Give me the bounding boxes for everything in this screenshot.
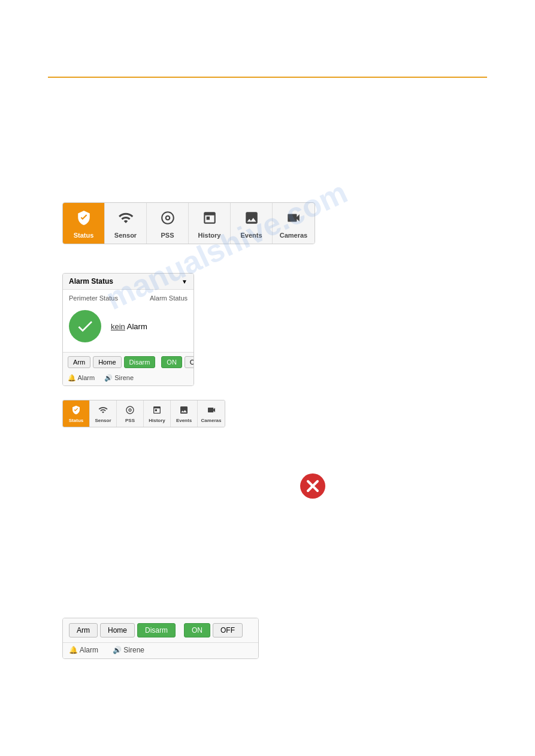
top-divider — [48, 77, 487, 78]
nav-bar-large: Status Sensor PSS History Events Cameras — [62, 202, 315, 244]
nav-label-status: Status — [74, 232, 94, 239]
nav-label-pss: PSS — [161, 232, 174, 239]
nav-label-sm-history: History — [149, 418, 165, 423]
alarm-panel-body: kein Alarm — [63, 304, 194, 352]
camera-icon — [286, 210, 301, 229]
nav-label-events: Events — [240, 232, 262, 239]
bottom-sirene-item: 🔊 Sirene — [113, 646, 144, 654]
bottom-on-button[interactable]: ON — [184, 623, 210, 637]
home-button[interactable]: Home — [93, 356, 121, 368]
bottom-alarm-item: 🔔 Alarm — [69, 646, 98, 654]
wifi-icon — [118, 210, 134, 229]
bottom-bell-icon: 🔔 — [69, 646, 78, 654]
image-icon-sm — [179, 405, 189, 417]
shield-icon — [76, 210, 92, 229]
green-check-indicator — [69, 310, 101, 342]
target-icon-sm — [125, 405, 135, 417]
alarm-status-label: Alarm Status — [150, 294, 188, 302]
alarm-panel-title: Alarm Status — [69, 277, 113, 286]
sirene-item: 🔊 Sirene — [104, 374, 134, 382]
bottom-arm-button[interactable]: Arm — [69, 623, 98, 637]
nav-label-sm-pss: PSS — [125, 418, 135, 423]
nav-label-sm-cameras: Cameras — [201, 418, 222, 423]
error-icon — [300, 473, 325, 498]
nav-item-sm-pss[interactable]: PSS — [117, 400, 144, 427]
nav-bar-small: Status Sensor PSS History Events Cameras — [62, 400, 225, 427]
alarm-panel: Alarm Status ▼ Perimeter Status Alarm St… — [62, 273, 194, 386]
bottom-home-button[interactable]: Home — [100, 623, 135, 637]
alarm-status-text: kein Alarm — [111, 322, 147, 331]
nav-item-cameras[interactable]: Cameras — [273, 203, 315, 244]
nav-item-pss[interactable]: PSS — [147, 203, 189, 244]
nav-item-history[interactable]: History — [189, 203, 231, 244]
bottom-icon-row: 🔔 Alarm 🔊 Sirene — [63, 642, 258, 658]
nav-label-cameras: Cameras — [280, 232, 307, 239]
calendar-icon — [202, 210, 217, 229]
calendar-icon-sm — [152, 405, 162, 417]
nav-item-events[interactable]: Events — [231, 203, 273, 244]
alarm-panel-columns: Perimeter Status Alarm Status — [63, 290, 194, 304]
alarm-panel-header: Alarm Status ▼ — [63, 274, 194, 290]
alarm-word2: Alarm — [127, 322, 147, 331]
wifi-icon-sm — [98, 405, 108, 417]
bottom-alarm-label: Alarm — [80, 646, 98, 654]
camera-icon-sm — [207, 405, 216, 417]
nav-item-sm-status[interactable]: Status — [63, 400, 90, 427]
nav-item-sensor[interactable]: Sensor — [105, 203, 147, 244]
nav-item-sm-cameras[interactable]: Cameras — [198, 400, 225, 427]
shield-icon-sm — [71, 405, 81, 417]
nav-label-history: History — [198, 232, 221, 239]
alarm-btn-row: Arm Home Disarm ON OFF — [63, 352, 194, 372]
bottom-disarm-button[interactable]: Disarm — [137, 623, 176, 637]
off-button[interactable]: OFF — [185, 356, 194, 368]
target-icon — [160, 210, 176, 229]
bottom-sirene-label: Sirene — [123, 646, 144, 654]
nav-label-sm-events: Events — [176, 418, 192, 423]
disarm-button[interactable]: Disarm — [124, 356, 156, 368]
bell-icon: 🔔 — [68, 374, 76, 381]
nav-item-sm-sensor[interactable]: Sensor — [90, 400, 117, 427]
nav-item-sm-events[interactable]: Events — [171, 400, 198, 427]
arm-button[interactable]: Arm — [68, 356, 90, 368]
bottom-btn-row: Arm Home Disarm ON OFF — [63, 618, 258, 642]
nav-label-sensor: Sensor — [114, 232, 137, 239]
on-button[interactable]: ON — [161, 356, 182, 368]
kein-underline: kein — [111, 322, 125, 331]
bottom-speaker-icon: 🔊 — [113, 646, 122, 654]
alarm-icon-row: 🔔 Alarm 🔊 Sirene — [63, 372, 194, 385]
perimeter-label: Perimeter Status — [69, 294, 118, 302]
alarm-icon-label: Alarm — [77, 374, 95, 381]
nav-item-sm-history[interactable]: History — [144, 400, 171, 427]
nav-item-status[interactable]: Status — [63, 203, 105, 244]
nav-label-sm-status: Status — [69, 418, 83, 423]
nav-label-sm-sensor: Sensor — [95, 418, 111, 423]
bottom-off-button[interactable]: OFF — [213, 623, 243, 637]
sirene-icon-label: Sirene — [114, 374, 134, 381]
dropdown-arrow-icon[interactable]: ▼ — [182, 278, 188, 285]
speaker-icon: 🔊 — [104, 374, 113, 381]
alarm-bell-item: 🔔 Alarm — [68, 374, 95, 382]
bottom-control-strip: Arm Home Disarm ON OFF 🔔 Alarm 🔊 Sirene — [62, 618, 259, 659]
image-icon — [244, 210, 259, 229]
